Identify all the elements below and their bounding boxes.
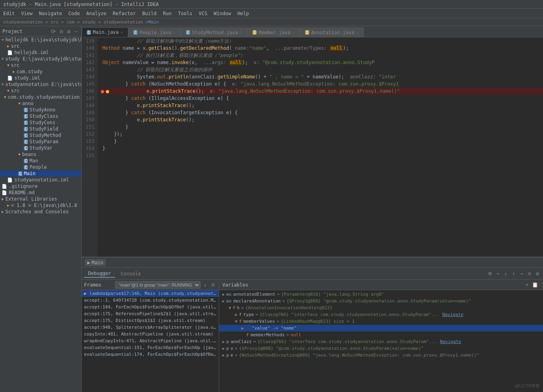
evaluate-btn[interactable]: ≡ (526, 270, 533, 277)
var-expand-icon[interactable]: ▶ (222, 292, 225, 296)
step-out-btn[interactable]: ↑ (511, 270, 517, 277)
variable-item[interactable]: ▶pannClazz={Class@766} "interface com.st… (219, 338, 543, 345)
sync-icon[interactable]: ⟳ (50, 28, 57, 35)
menu-item-analyze[interactable]: Analyze (83, 10, 110, 17)
tree-item-com.study.studyannotation[interactable]: ▼com.study.studyannotation (0, 94, 81, 100)
navigate-link[interactable]: Navigate (440, 339, 461, 344)
menu-item-navigate[interactable]: Navigate (36, 10, 65, 17)
menu-item-view[interactable]: View (18, 10, 36, 17)
frame-item[interactable]: accept:175, DistinctOps$1$2 (java.util.s… (82, 317, 219, 324)
tree-item-Main[interactable]: CMain (0, 170, 81, 177)
frames-filter-btn[interactable]: ⊟ (210, 281, 216, 289)
tree-item-anno[interactable]: ▼anno (0, 100, 81, 107)
add-watch-btn[interactable]: + (524, 281, 530, 289)
tree-item-studyannotation.iml[interactable]: 📄studyannotation.iml (0, 177, 81, 183)
menu-item-vcs[interactable]: VCS (196, 10, 211, 17)
tree-item-StudyParam[interactable]: CStudyParam (0, 138, 81, 145)
menu-item-run[interactable]: Run (160, 10, 175, 17)
menu-item-build[interactable]: Build (139, 10, 160, 17)
var-expand-icon[interactable]: ▶ (222, 299, 225, 303)
tree-item-People[interactable]: CPeople (0, 164, 81, 170)
tree-item-StudyMethod[interactable]: CStudyMethod (0, 132, 81, 138)
variable-item[interactable]: ▶pe={NoSuchMethodException@809} "java.la… (219, 352, 543, 359)
editor-tab-Annotation-java[interactable]: IAnnotation.java× (300, 27, 364, 37)
frame-item[interactable]: accept:948, Spliterators$ArraySpliterato… (82, 324, 219, 331)
step-into-btn[interactable]: ↓ (503, 270, 509, 277)
tab-close-btn[interactable]: × (240, 30, 242, 35)
frames-down-btn[interactable]: ↓ (202, 281, 208, 289)
menu-item-code[interactable]: Code (65, 10, 83, 17)
tree-item-ScratchesAndConsoles[interactable]: ▶Scratches and Consoles (0, 209, 81, 215)
frame-item[interactable]: ▶ lambda$parse$17:146, Main (com.study.s… (82, 290, 219, 297)
menu-item-help[interactable]: Help (234, 10, 252, 17)
tree-item-src3[interactable]: ▼src (0, 88, 81, 94)
editor-tab-StudyMethod-java[interactable]: CStudyMethod.java× (181, 27, 248, 37)
variable-item[interactable]: ▶"value" -> "name" (219, 325, 543, 332)
tree-item-jdk18[interactable]: ▶< 1.8 > E:\java\jdk\1.8 (0, 202, 81, 209)
minimize-icon[interactable]: − (73, 28, 79, 35)
var-expand-icon[interactable]: ▶ (222, 353, 225, 357)
step-over-btn[interactable]: ↷ (495, 270, 501, 277)
tree-item-StudyAnno[interactable]: CStudyAnno (0, 107, 81, 113)
var-expand-icon[interactable]: ▼ (235, 319, 237, 324)
tree-item-studyannotation[interactable]: ▼studyannotation E:\java\studyjdk\stu... (0, 81, 81, 88)
tree-item-README.md[interactable]: 📄README.md (0, 189, 81, 196)
tree-item-hellojdk[interactable]: ▼hellojdk E:\java\studyjdk\hellojdk (0, 37, 81, 43)
tree-item-StudyVar[interactable]: CStudyVar (0, 145, 81, 151)
tree-item-StudyField[interactable]: CStudyField (0, 126, 81, 132)
tree-item-beans[interactable]: ▼beans (0, 151, 81, 158)
collapse-icon[interactable]: ⊟ (59, 28, 64, 35)
run-tab[interactable]: ▶ Main (85, 259, 106, 266)
var-expand-icon[interactable]: ▶ (241, 326, 244, 330)
run-cursor-btn[interactable]: → (519, 270, 525, 277)
tree-item-src1[interactable]: ▶src (0, 43, 81, 49)
variable-item[interactable]: ▼fmemberValues={LinkedHashMap@823} size … (219, 318, 543, 325)
variable-item[interactable]: fmemberMethods=null (219, 332, 543, 338)
navigate-link[interactable]: Navigate (442, 312, 463, 317)
tree-item-hellojdk.iml[interactable]: 📄hellojdk.iml (0, 49, 81, 56)
variable-item[interactable]: ▼fh={AnnotationInvocationHandler@822} (219, 304, 543, 311)
var-expand-icon[interactable]: ▶ (235, 312, 237, 317)
menu-item-tools[interactable]: Tools (175, 10, 196, 17)
tab-close-btn[interactable]: × (356, 30, 359, 35)
menu-item-refactor[interactable]: Refactor (110, 10, 139, 17)
variable-item[interactable]: ▶ftype={Class@766} "interface com.study.… (219, 311, 543, 318)
code-area[interactable]: // 获取注解对象中的注解元素（name方法） Method name = x.… (98, 37, 543, 257)
tree-item-com.study[interactable]: ▶com.study (0, 68, 81, 75)
editor-tab-Member-java[interactable]: IMember.java× (247, 27, 300, 37)
var-expand-icon[interactable]: ▶ (222, 346, 225, 351)
tree-item-gitignore[interactable]: 📄.gitignore (0, 183, 81, 189)
tree-item-study[interactable]: ▼study E:\java\studyjdk\study (0, 56, 81, 62)
tree-item-study.iml[interactable]: 📄study.iml (0, 75, 81, 81)
tree-item-StudyCons[interactable]: CStudyCons (0, 119, 81, 126)
var-expand-icon[interactable]: ▶ (222, 339, 225, 344)
tab-close-btn[interactable]: × (121, 30, 123, 35)
tree-item-src2[interactable]: ▼src (0, 62, 81, 68)
menu-item-window[interactable]: Window (211, 10, 234, 17)
debugger-tab[interactable]: Debugger (84, 270, 115, 278)
console-tab[interactable]: Console (117, 270, 145, 277)
settings-btn[interactable]: ⚙ (534, 270, 541, 277)
variable-item[interactable]: ▶px={$Proxy1@808} "@com.study.studyannot… (219, 345, 543, 352)
editor-tab-Main-java[interactable]: CMain.java× (82, 27, 128, 37)
frame-item[interactable]: accept:175, ReferencePipeline$2$1 (java.… (82, 310, 219, 317)
restore-layout-btn[interactable]: ⊞ (487, 270, 493, 277)
frame-item[interactable]: copyInto:481, AbstractPipeline (java.uti… (82, 331, 219, 337)
editor-tab-People-java[interactable]: CPeople.java× (128, 27, 181, 37)
frame-item[interactable]: accept:184, ForEachOps$ForEachOp$OfRef (… (82, 304, 219, 310)
tree-item-Man[interactable]: CMan (0, 158, 81, 164)
tab-close-btn[interactable]: × (292, 30, 295, 35)
variable-item[interactable]: ▶ocdeclaredAnnotation={$Proxy1@808} "@co… (219, 298, 543, 304)
frame-item[interactable]: accept:-1, 649734728 (com.study.studyann… (82, 297, 219, 304)
frame-item[interactable]: evaluateSequential:174, ForEachOps$ForEa… (82, 351, 219, 358)
menu-item-edit[interactable]: Edit (0, 10, 18, 17)
tree-item-StudyClass[interactable]: CStudyClass (0, 113, 81, 119)
variable-item[interactable]: ▶ocannotatedElement={Parameter@816} "jav… (219, 291, 543, 298)
frame-item[interactable]: evaluateSequential:151, ForEachOps$ForEa… (82, 344, 219, 351)
var-expand-icon[interactable]: ▼ (229, 306, 231, 310)
settings-icon[interactable]: ⚙ (66, 28, 71, 35)
frame-item[interactable]: wrapAndCopyInto:471, AbstractPipeline (j… (82, 337, 219, 344)
copy-value-btn[interactable]: 📋 (530, 281, 540, 289)
thread-selector[interactable]: "main"@1 in group "main": RUNNING (115, 281, 200, 289)
tree-item-ExternalLibraries[interactable]: ▶External Libraries (0, 196, 81, 202)
